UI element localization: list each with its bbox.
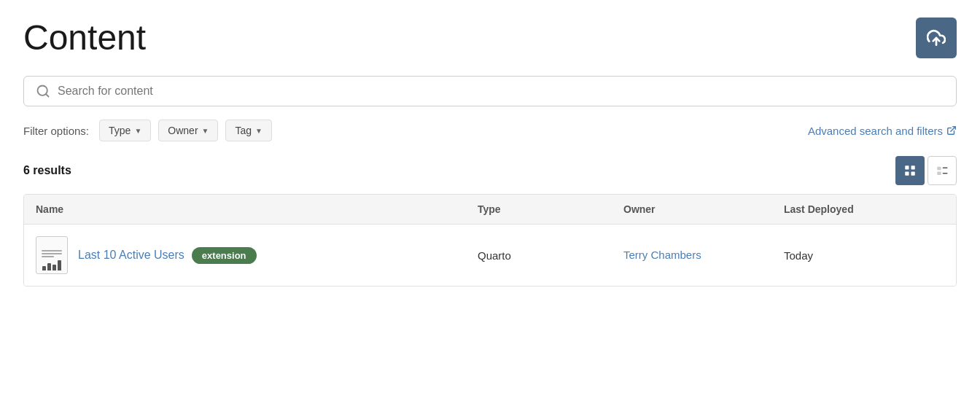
svg-rect-4 xyxy=(905,165,909,169)
type-chevron-icon: ▼ xyxy=(134,127,141,135)
filter-row: Filter options: Type ▼ Owner ▼ Tag ▼ Adv… xyxy=(23,120,957,141)
external-link-icon xyxy=(946,125,957,136)
header-row: Content xyxy=(23,17,957,58)
col-name: Name xyxy=(36,203,478,215)
owner-link[interactable]: Terry Chambers xyxy=(623,249,701,261)
table-row: Last 10 Active Users extension Quarto Te… xyxy=(24,225,956,286)
upload-icon xyxy=(927,28,946,47)
search-input[interactable] xyxy=(58,85,944,98)
svg-rect-5 xyxy=(911,165,915,169)
svg-rect-10 xyxy=(937,172,941,176)
view-toggle xyxy=(895,156,957,185)
tag-chevron-icon: ▼ xyxy=(255,127,262,135)
content-name-link[interactable]: Last 10 Active Users xyxy=(78,249,184,262)
owner-filter-label: Owner xyxy=(168,125,198,136)
results-count: 6 results xyxy=(23,164,71,177)
tag-filter-button[interactable]: Tag ▼ xyxy=(225,120,271,141)
name-cell: Last 10 Active Users extension xyxy=(36,236,478,274)
owner-chevron-icon: ▼ xyxy=(202,127,209,135)
tag-filter-label: Tag xyxy=(235,125,252,136)
grid-icon xyxy=(903,164,917,177)
col-type: Type xyxy=(478,203,623,215)
owner-filter-button[interactable]: Owner ▼ xyxy=(158,120,218,141)
table-header: Name Type Owner Last Deployed xyxy=(24,195,956,225)
svg-rect-6 xyxy=(905,172,909,176)
filter-label: Filter options: xyxy=(23,125,89,137)
list-view-button[interactable] xyxy=(928,156,957,185)
page-container: Content Filter options: Type ▼ xyxy=(0,0,980,304)
upload-button[interactable] xyxy=(916,17,957,58)
filter-options: Filter options: Type ▼ Owner ▼ Tag ▼ xyxy=(23,120,272,141)
page-title: Content xyxy=(23,19,146,58)
search-bar xyxy=(23,76,957,106)
type-cell: Quarto xyxy=(478,249,623,262)
svg-line-3 xyxy=(951,127,955,131)
svg-line-2 xyxy=(46,94,49,97)
grid-view-button[interactable] xyxy=(895,156,925,185)
type-filter-label: Type xyxy=(109,125,131,136)
file-icon xyxy=(36,236,68,274)
svg-rect-7 xyxy=(911,172,915,176)
advanced-search-link[interactable]: Advanced search and filters xyxy=(808,125,957,137)
list-icon xyxy=(936,164,949,177)
extension-badge: extension xyxy=(192,247,257,264)
col-owner: Owner xyxy=(623,203,784,215)
content-table: Name Type Owner Last Deployed xyxy=(23,194,957,287)
last-deployed-cell: Today xyxy=(784,249,944,262)
search-icon xyxy=(36,84,50,98)
results-row: 6 results xyxy=(23,156,957,185)
name-with-badge: Last 10 Active Users extension xyxy=(78,247,257,264)
svg-rect-8 xyxy=(937,167,941,171)
owner-cell: Terry Chambers xyxy=(623,249,784,262)
type-filter-button[interactable]: Type ▼ xyxy=(99,120,151,141)
advanced-search-label: Advanced search and filters xyxy=(808,125,943,137)
col-last-deployed: Last Deployed xyxy=(784,203,944,215)
